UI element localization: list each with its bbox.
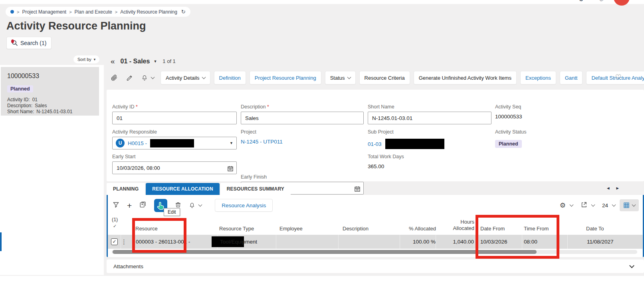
add-row-icon[interactable]: +: [127, 201, 132, 210]
chevron-down-icon[interactable]: [591, 203, 595, 207]
attachments-panel[interactable]: Attachments: [107, 259, 644, 273]
expand-chevron-icon[interactable]: [629, 263, 634, 268]
project-field: Project N-1245 - UTP011: [241, 129, 364, 145]
settings-icon[interactable]: ⚙: [579, 0, 584, 3]
sort-caret-icon: ▾: [94, 57, 96, 61]
generate-unfinished-activity-work-items-button[interactable]: Generate Unfinished Activity Work Items: [414, 71, 517, 85]
left-scroll-indicator: [0, 232, 2, 251]
breadcrumb-separator: >: [115, 10, 117, 14]
search-button[interactable]: Search (1): [6, 37, 52, 49]
record-card[interactable]: 100000533 Planned Activity ID:01 Descrip…: [1, 67, 99, 116]
row-select-cell[interactable]: ✓: [108, 235, 121, 249]
field-label: Short Name:: [7, 109, 34, 114]
status-button[interactable]: Status: [325, 71, 356, 85]
duplicate-icon[interactable]: [139, 201, 147, 210]
export-icon[interactable]: [581, 201, 587, 210]
breadcrumb: > Project Management > Plan and Execute …: [6, 7, 190, 17]
sub-project-field: Sub Project 01-03: [368, 129, 491, 149]
table-settings-icon[interactable]: ⚙: [560, 201, 566, 210]
chevron-down-icon: [151, 75, 155, 79]
field-label: Description:: [7, 103, 32, 108]
project-link[interactable]: N-1245 - UTP011: [241, 139, 364, 145]
page-size-value[interactable]: 24: [602, 202, 608, 208]
breadcrumb-item-plan-and-execute[interactable]: Plan and Execute: [75, 9, 112, 15]
calendar-icon[interactable]: [227, 165, 234, 173]
redaction-box: [150, 139, 194, 147]
resource-analysis-button[interactable]: Resource Analysis: [215, 199, 273, 212]
record-list-sidebar: 100000533 Planned Activity ID:01 Descrip…: [0, 65, 104, 275]
resource-criteria-button[interactable]: Resource Criteria: [359, 71, 410, 85]
early-start-input[interactable]: [112, 161, 237, 174]
activity-id-input[interactable]: [112, 112, 237, 124]
dropdown-caret-icon: ▼: [230, 141, 233, 145]
account-icon[interactable]: ☺: [598, 0, 604, 2]
activity-details-button[interactable]: Activity Details: [161, 71, 210, 85]
breadcrumb-item-project-management[interactable]: Project Management: [22, 9, 66, 15]
button-label: Activity Details: [166, 75, 200, 81]
sub-project-value: 01-03: [368, 141, 382, 147]
calendar-icon[interactable]: [354, 186, 361, 194]
annotation-rect-resource-column: [132, 218, 186, 253]
description-label: Description: [241, 104, 364, 110]
short-name-label: Short Name: [368, 104, 491, 110]
column-header-pct-allocated[interactable]: % Allocated: [369, 226, 436, 232]
view-mode-button[interactable]: [620, 199, 639, 211]
kebab-menu-icon[interactable]: ⋮: [121, 238, 127, 245]
table-row[interactable]: ✓ ⋮ 000003 - 260113-001 - Tool/Equipment…: [108, 235, 643, 249]
table-notification-group[interactable]: [189, 202, 202, 209]
project-value: N-1245 - UTP011: [241, 139, 283, 145]
gantt-button[interactable]: Gantt: [560, 71, 583, 85]
tab-resource-allocation[interactable]: RESOURCE ALLOCATION: [146, 183, 219, 195]
user-avatar[interactable]: [614, 0, 630, 6]
activity-status-label: Activity Status: [495, 129, 575, 135]
responsible-avatar: U: [116, 139, 125, 147]
attachment-icon[interactable]: [111, 74, 118, 81]
cell-employee[interactable]: [276, 235, 339, 249]
cell-hours-allocated[interactable]: 1,040.00: [436, 235, 474, 249]
tab-resources-summary[interactable]: RESOURCES SUMMARY: [220, 183, 291, 195]
refresh-icon[interactable]: ↻: [181, 9, 186, 15]
button-label: Project Resource Planning: [255, 75, 316, 81]
activity-responsible-dropdown[interactable]: U H0015 - ▼: [112, 137, 237, 149]
field-value: Sales: [35, 103, 47, 108]
project-resource-planning-button[interactable]: Project Resource Planning: [250, 71, 321, 85]
collapse-list-icon[interactable]: «: [111, 57, 115, 65]
cell-description[interactable]: [339, 235, 400, 249]
column-header-resource-type[interactable]: Resource Type: [219, 226, 254, 232]
column-header-employee[interactable]: Employee: [279, 226, 303, 232]
column-header-description[interactable]: Description: [343, 226, 369, 232]
edit-pencil-icon[interactable]: [126, 75, 133, 81]
row-checkbox[interactable]: ✓: [111, 238, 118, 245]
cell-pct-allocated[interactable]: 100.00 %: [400, 235, 436, 249]
definition-button[interactable]: Definition: [214, 71, 246, 85]
exceptions-button[interactable]: Exceptions: [520, 71, 556, 85]
cell-resource-type[interactable]: Tool/Equipment: [218, 235, 276, 249]
sub-project-link[interactable]: 01-03: [368, 139, 491, 149]
chevron-down-icon: [632, 203, 636, 207]
tab-prev-icon[interactable]: ◂: [607, 185, 610, 191]
filter-icon[interactable]: [113, 201, 119, 210]
activity-status-field: Activity Status Planned: [495, 129, 575, 148]
total-work-days-value: 365.00: [368, 163, 448, 169]
search-badge-dot: [11, 39, 14, 43]
chevron-down-icon[interactable]: [612, 203, 616, 207]
button-label: Definition: [219, 75, 241, 81]
sort-by-button[interactable]: Sort by ▾: [73, 55, 99, 63]
chevron-down-icon[interactable]: [570, 203, 574, 207]
early-start-label: Early Start: [112, 154, 237, 159]
record-title[interactable]: 01 - Sales ▼: [121, 58, 157, 65]
short-name-input[interactable]: [368, 112, 491, 124]
cell-date-to[interactable]: 11/08/2027: [583, 235, 643, 249]
breadcrumb-item-current[interactable]: Activity Resource Planning: [120, 9, 177, 15]
select-all-check-icon[interactable]: ✓: [113, 224, 117, 229]
favorite-heart-icon[interactable]: ♡: [615, 73, 621, 81]
row-menu-cell[interactable]: ⋮: [121, 235, 133, 249]
column-header-hours-allocated[interactable]: Hours Allocated: [447, 219, 474, 232]
activity-id-field: Activity ID: [112, 104, 237, 124]
tab-next-icon[interactable]: ▸: [616, 185, 619, 191]
tab-planning[interactable]: PLANNING: [107, 183, 145, 195]
description-input[interactable]: [241, 112, 364, 124]
home-icon[interactable]: [10, 10, 14, 14]
column-header-date-to[interactable]: Date To: [586, 226, 604, 232]
notification-bell-group[interactable]: [141, 75, 154, 81]
